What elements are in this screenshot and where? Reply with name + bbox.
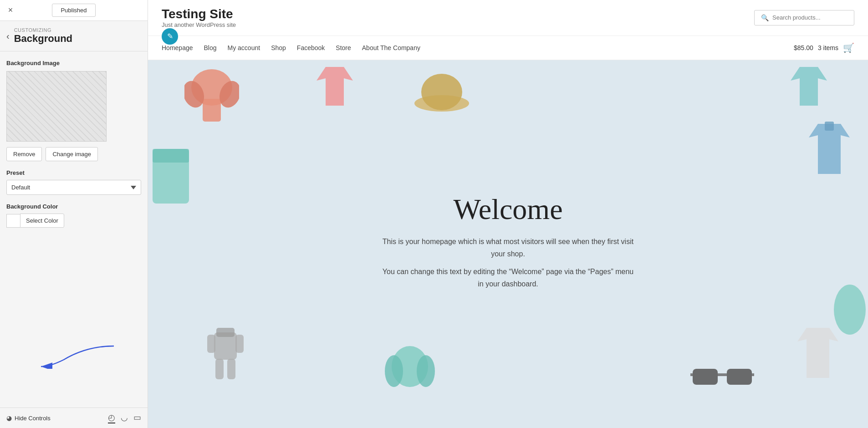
svg-rect-16 — [235, 335, 244, 353]
pencil-icon: ✎ — [167, 32, 173, 41]
close-button[interactable]: × — [0, 0, 21, 21]
preset-label: Preset — [6, 169, 141, 176]
svg-marker-9 — [809, 124, 850, 174]
search-bar[interactable]: 🔍 — [754, 10, 854, 25]
color-swatch[interactable] — [6, 214, 20, 228]
published-button[interactable]: Published — [52, 4, 95, 17]
nav-blog[interactable]: Blog — [204, 44, 217, 51]
svg-marker-5 — [317, 67, 353, 106]
sunglasses-bottom — [690, 360, 754, 392]
panel-body: Background Image Remove Change image Pre… — [0, 51, 148, 408]
svg-rect-13 — [214, 332, 237, 360]
image-buttons: Remove Change image — [6, 147, 141, 161]
hero-content: Welcome This is your homepage which is w… — [372, 183, 645, 305]
customizer-panel: × Published ‹ Customizing Background Bac… — [0, 0, 148, 428]
cart-items-count: 3 items — [818, 44, 838, 51]
select-color-button[interactable]: Select Color — [20, 214, 64, 228]
svg-rect-15 — [207, 335, 215, 353]
svg-point-19 — [392, 346, 428, 387]
cart-area: $85.00 3 items 🛒 — [794, 42, 854, 53]
svg-point-3 — [184, 78, 208, 110]
svg-point-4 — [216, 78, 239, 110]
svg-rect-24 — [718, 373, 727, 376]
clothing-hat-top — [412, 67, 471, 117]
close-icon: × — [8, 5, 13, 15]
search-input[interactable] — [772, 14, 849, 21]
bg-image-preview — [6, 71, 107, 142]
cart-price: $85.00 — [794, 44, 813, 51]
clothing-shirt-topcenter — [312, 62, 357, 108]
svg-rect-18 — [227, 359, 235, 379]
svg-point-1 — [191, 69, 232, 106]
desktop-view-icon[interactable]: ◴ — [108, 413, 115, 423]
hide-controls-button[interactable]: ◕ Hide Controls — [6, 414, 51, 422]
clothing-jacket-topleft — [184, 65, 239, 124]
section-title: Background — [14, 33, 72, 45]
clothing-polo-right — [804, 119, 854, 178]
pencil-edit-button[interactable]: ✎ — [162, 28, 178, 45]
nav-links: Homepage Blog My account Shop Facebook S… — [162, 44, 420, 51]
preview-area: Testing Site Just another WordPress site… — [148, 0, 868, 428]
section-header: ‹ Customizing Background — [0, 21, 148, 51]
svg-rect-11 — [153, 149, 189, 204]
mobile-view-icon[interactable]: ▭ — [133, 413, 141, 423]
svg-rect-23 — [727, 369, 752, 385]
section-header-text: Customizing Background — [14, 27, 72, 45]
svg-point-20 — [385, 355, 403, 387]
nav-store[interactable]: Store — [336, 44, 351, 51]
nav-my-account[interactable]: My account — [228, 44, 260, 51]
clothing-tshirt-bottomright — [795, 323, 841, 382]
hide-controls-label: Hide Controls — [15, 415, 51, 422]
search-icon: 🔍 — [761, 14, 769, 21]
panel-topbar: × Published — [0, 0, 148, 21]
back-icon: ‹ — [6, 31, 10, 41]
cart-icon[interactable]: 🛒 — [843, 42, 854, 53]
bg-image-preview-inner — [7, 71, 106, 141]
bg-image-label: Background Image — [6, 60, 141, 66]
bg-color-row: Select Color — [6, 214, 141, 228]
svg-rect-2 — [203, 99, 221, 122]
hero-desc-1: This is your homepage which is what most… — [381, 235, 636, 260]
hero-desc-2: You can change this text by editing the … — [381, 265, 636, 290]
change-image-button[interactable]: Change image — [46, 147, 98, 161]
nav-facebook[interactable]: Facebook — [297, 44, 325, 51]
back-button[interactable]: ‹ — [6, 31, 10, 41]
svg-rect-12 — [153, 149, 189, 163]
hero-title: Welcome — [381, 193, 636, 226]
nav-shop[interactable]: Shop — [271, 44, 286, 51]
clothing-jacket-bottom — [385, 341, 435, 401]
bg-color-label: Background Color — [6, 203, 141, 210]
site-nav: Homepage Blog My account Shop Facebook S… — [148, 36, 868, 60]
site-title: Testing Site — [162, 7, 236, 21]
site-tagline: Just another WordPress site — [162, 21, 236, 28]
svg-marker-8 — [791, 67, 827, 106]
svg-point-7 — [421, 74, 462, 110]
view-icons: ◴ ◡ ▭ — [108, 413, 141, 423]
svg-point-6 — [414, 95, 469, 112]
svg-rect-10 — [825, 122, 834, 131]
svg-rect-25 — [690, 373, 693, 376]
tablet-view-icon[interactable]: ◡ — [121, 413, 128, 423]
svg-rect-17 — [215, 359, 224, 379]
site-title-block: Testing Site Just another WordPress site — [162, 7, 236, 28]
svg-point-28 — [834, 285, 866, 335]
nav-about-company[interactable]: About The Company — [362, 44, 420, 51]
svg-rect-14 — [216, 328, 235, 337]
svg-point-21 — [417, 355, 435, 387]
customizing-label: Customizing — [14, 27, 72, 33]
eye-icon: ◕ — [6, 414, 12, 422]
svg-marker-27 — [797, 328, 838, 378]
preset-select[interactable]: Default Fill Fit Repeat Custom — [6, 180, 141, 195]
clothing-shirt-topright — [786, 65, 832, 110]
svg-rect-22 — [693, 369, 718, 385]
clothing-sleeve-farright — [832, 282, 868, 337]
clothing-shorts-left — [148, 147, 194, 206]
hero-section: Welcome This is your homepage which is w… — [148, 60, 868, 428]
svg-rect-26 — [752, 373, 754, 376]
site-header: Testing Site Just another WordPress site… — [148, 0, 868, 36]
nav-homepage[interactable]: Homepage — [162, 44, 193, 51]
clothing-robot-bottomleft — [203, 323, 248, 382]
panel-bottom: ◕ Hide Controls ◴ ◡ ▭ — [0, 408, 148, 428]
remove-button[interactable]: Remove — [6, 147, 42, 161]
